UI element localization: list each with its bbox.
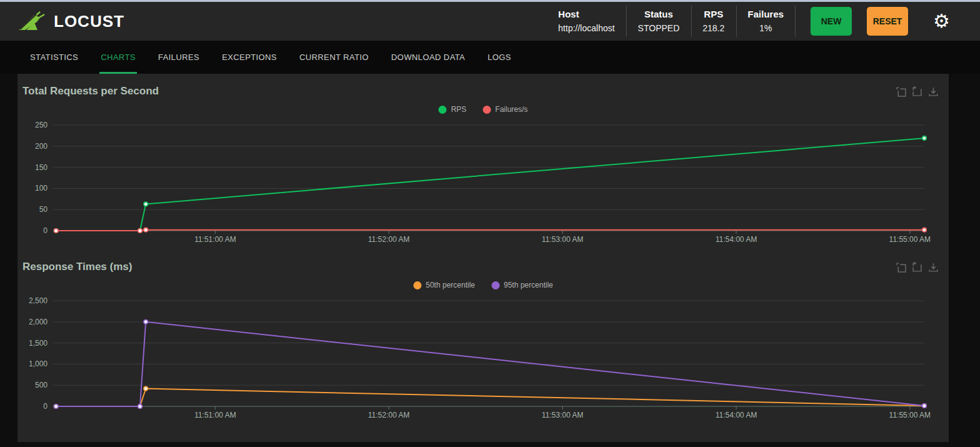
x-axis-tick-label: 11:55:00 AM [889,411,931,419]
tab-bar: STATISTICSCHARTSFAILURESEXCEPTIONSCURREN… [0,41,980,74]
tab-statistics[interactable]: STATISTICS [29,41,79,74]
stat-value: http://localhost [558,22,615,34]
data-point-marker [922,136,927,141]
tab-charts[interactable]: CHARTS [99,41,137,74]
y-axis-tick-label: 1,000 [29,359,48,368]
legend-item-50th-percentile[interactable]: 50th percentile [413,281,475,289]
y-axis-tick-label: 2,500 [29,296,48,305]
stat-host: Hosthttp://localhost [547,6,627,37]
gear-icon[interactable]: ⚙ [933,12,950,31]
chart-panel-total-rps: Total Requests per SecondRPSFailures/s05… [18,78,949,253]
rps-chart-canvas[interactable]: 05010015020025011:51:00 AM11:52:00 AM11:… [18,119,949,253]
stat-failures: Failures1% [737,6,796,37]
data-point-marker [138,404,143,409]
legend-label: 95th percentile [504,281,553,289]
stat-rps: RPS218.2 [692,6,737,37]
x-axis-tick-label: 11:55:00 AM [889,235,931,244]
tab-exceptions[interactable]: EXCEPTIONS [221,41,278,74]
legend-dot [492,281,500,289]
y-axis-tick-label: 50 [39,205,48,214]
stat-value: 218.2 [703,22,725,34]
chart-legend: 50th percentile95th percentile [18,278,949,292]
y-axis-tick-label: 100 [35,184,48,193]
stat-label: Status [638,8,680,21]
header-stats: Hosthttp://localhostStatusSTOPPEDRPS218.… [547,6,796,37]
x-axis-tick-label: 11:53:00 AM [542,235,583,244]
data-point-marker [54,404,58,409]
locust-icon [18,11,46,32]
stat-value: STOPPED [638,22,680,34]
y-axis-tick-label: 1,500 [29,339,48,348]
data-zoom-icon[interactable] [896,262,906,273]
save-image-icon[interactable] [928,262,939,273]
tab-logs[interactable]: LOGS [487,41,513,74]
stat-label: Host [558,8,615,21]
y-axis-tick-label: 0 [43,226,48,235]
x-axis-tick-label: 11:52:00 AM [368,411,410,419]
stat-status: StatusSTOPPED [627,6,692,37]
reset-button[interactable]: RESET [867,7,908,36]
chart-title: Total Requests per Second [18,85,949,98]
chart-toolbox [896,262,939,273]
legend-label: RPS [451,105,467,114]
data-point-marker [144,228,148,232]
chart-toolbox [896,86,939,97]
restore-icon[interactable] [912,262,922,273]
x-axis-tick-label: 11:51:00 AM [194,411,236,419]
data-point-marker [144,386,148,391]
x-axis-tick-label: 11:52:00 AM [368,235,410,244]
charts-container: Total Requests per SecondRPSFailures/s05… [18,74,949,442]
x-axis-tick-label: 11:53:00 AM [542,411,583,419]
x-axis-tick-label: 11:54:00 AM [715,411,757,419]
chart-panel-response-times: Response Times (ms)50th percentile95th p… [18,253,949,429]
stat-value: 1% [748,22,784,34]
data-point-marker [144,320,148,324]
legend-dot [413,281,422,289]
response-times-chart-canvas[interactable]: 05001,0001,5002,0002,50011:51:00 AM11:52… [18,294,949,429]
chart-title: Response Times (ms) [18,261,949,273]
legend-item-rps[interactable]: RPS [438,105,467,114]
legend-item-95th-percentile[interactable]: 95th percentile [492,281,553,289]
tab-failures[interactable]: FAILURES [157,41,201,74]
legend-label: 50th percentile [426,281,475,289]
stat-label: Failures [748,8,784,21]
chart-legend: RPSFailures/s [18,103,949,116]
data-point-marker [144,202,148,206]
logo-text: LOCUST [54,12,124,31]
y-axis-tick-label: 200 [35,142,48,151]
data-zoom-icon[interactable] [896,86,906,97]
y-axis-tick-label: 150 [35,163,48,172]
legend-dot [483,106,491,114]
y-axis-tick-label: 500 [35,381,48,389]
y-axis-tick-label: 2,000 [29,318,48,326]
tab-current-ratio[interactable]: CURRENT RATIO [298,41,370,74]
legend-label: Failures/s [495,105,528,114]
save-image-icon[interactable] [928,86,939,97]
app-header: LOCUST Hosthttp://localhostStatusSTOPPED… [0,2,980,41]
y-axis-tick-label: 250 [35,121,48,129]
data-point-marker [922,404,927,408]
x-axis-tick-label: 11:51:00 AM [194,235,236,244]
data-point-marker [922,228,927,232]
restore-icon[interactable] [912,86,922,97]
legend-dot [438,106,447,114]
legend-item-failures-s[interactable]: Failures/s [483,105,528,114]
data-point-marker [138,229,143,233]
locust-logo[interactable]: LOCUST [18,11,124,32]
x-axis-tick-label: 11:54:00 AM [715,235,757,244]
new-button[interactable]: NEW [811,7,852,36]
tab-download-data[interactable]: DOWNLOAD DATA [390,41,467,74]
y-axis-tick-label: 0 [43,402,48,411]
stat-label: RPS [703,8,725,21]
data-point-marker [54,229,58,233]
